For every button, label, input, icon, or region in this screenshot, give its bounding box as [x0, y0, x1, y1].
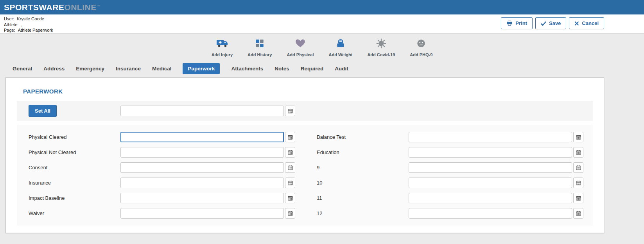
calendar-icon [576, 150, 581, 155]
field-label: 12 [317, 210, 409, 216]
calendar-icon [288, 165, 293, 170]
field-label: Education [317, 149, 409, 155]
quick-action-label: Add Injury [212, 52, 233, 57]
paperwork-panel: PAPERWORK Set All Physical Cleared [5, 77, 604, 233]
set-all-button[interactable]: Set All [29, 105, 57, 117]
info-value: Athlete Paperwork [18, 28, 53, 32]
paperwork-form: Physical Cleared Balance Test [17, 125, 593, 226]
cancel-button[interactable]: Cancel [569, 17, 604, 29]
tab-label: Address [43, 66, 65, 72]
action-add-phq-9[interactable]: Add PHQ-9 [410, 38, 432, 57]
calendar-button-10[interactable] [573, 178, 583, 188]
panel-title: PAPERWORK [23, 88, 604, 95]
page-content: Add Injury Add History Add Physical Add … [0, 34, 644, 233]
tab-label: Emergency [76, 66, 104, 72]
calendar-button-physical-cleared[interactable] [285, 132, 295, 142]
x-icon [574, 21, 579, 26]
info-value: , [21, 22, 22, 27]
calendar-icon [576, 196, 581, 201]
form-field-left: Waiver [29, 208, 295, 219]
field-label: Physical Not Cleared [29, 149, 120, 155]
date-input-9[interactable] [409, 162, 572, 173]
action-add-weight[interactable]: Add Weight [328, 38, 352, 57]
calendar-icon [576, 211, 581, 216]
form-row: Insurance 10 [17, 175, 593, 190]
action-add-physical[interactable]: Add Physical [287, 38, 314, 57]
quick-actions-bar: Add Injury Add History Add Physical Add … [0, 34, 644, 57]
calendar-icon [288, 108, 293, 113]
brand-trademark: ™ [97, 4, 100, 8]
tab-label: Notes [274, 66, 289, 72]
calendar-button-physical-not-cleared[interactable] [285, 147, 295, 158]
field-label: 9 [317, 165, 409, 170]
quick-action-label: Add PHQ-9 [410, 52, 432, 57]
tab-notes[interactable]: Notes [274, 66, 289, 72]
brand-logo: SPORTSWAREONLINE™ [4, 3, 100, 12]
tab-emergency[interactable]: Emergency [76, 66, 104, 72]
form-row: Physical Cleared Balance Test [17, 129, 593, 145]
calendar-button-waiver[interactable] [285, 208, 295, 219]
set-all-date-input[interactable] [120, 106, 284, 116]
tab-address[interactable]: Address [43, 66, 65, 72]
date-input-consent[interactable] [120, 162, 284, 173]
calendar-button-insurance[interactable] [285, 178, 295, 188]
form-field-left: Physical Cleared [29, 132, 295, 142]
quick-action-label: Add History [248, 52, 272, 57]
form-field-left: Insurance [29, 178, 295, 188]
calendar-button-9[interactable] [573, 162, 583, 173]
date-input-physical-not-cleared[interactable] [120, 147, 284, 158]
date-input-impact-baseline[interactable] [120, 193, 284, 203]
form-field-right: Balance Test [317, 132, 583, 142]
action-add-covid-19[interactable]: Add Covid-19 [367, 38, 395, 57]
date-input-11[interactable] [409, 193, 572, 203]
tab-medical[interactable]: Medical [152, 66, 172, 72]
calendar-icon [288, 211, 293, 216]
form-row: Waiver 12 [17, 206, 593, 221]
tab-general[interactable]: General [13, 66, 32, 72]
tab-label: Audit [335, 66, 348, 72]
calendar-button-education[interactable] [573, 147, 583, 158]
form-field-left: Impact Baseline [29, 193, 295, 203]
calendar-button-12[interactable] [573, 208, 583, 219]
user-info-bar: User:Krystle Goode Athlete:, Page:Athlet… [0, 14, 644, 34]
info-label: User: [4, 16, 14, 22]
calendar-button-impact-baseline[interactable] [285, 193, 295, 203]
date-input-physical-cleared[interactable] [120, 132, 284, 142]
app-root: SPORTSWAREONLINE™ User:Krystle Goode Ath… [0, 0, 644, 233]
tab-bar: General Address Emergency Insurance Medi… [13, 63, 644, 74]
tab-insurance[interactable]: Insurance [116, 66, 141, 72]
date-input-10[interactable] [409, 178, 572, 188]
ambulance-icon [216, 38, 228, 50]
date-input-waiver[interactable] [120, 208, 284, 219]
date-input-12[interactable] [409, 208, 572, 219]
weight-scale-icon [335, 38, 346, 50]
calendar-button-11[interactable] [573, 193, 583, 203]
calendar-button-consent[interactable] [285, 162, 295, 173]
tab-paperwork[interactable]: Paperwork [183, 63, 220, 74]
quick-action-label: Add Covid-19 [367, 52, 395, 57]
field-label: 10 [317, 180, 409, 186]
form-field-right: 9 [317, 162, 583, 173]
virus-icon [376, 38, 386, 50]
quick-action-label: Add Physical [287, 52, 314, 57]
set-all-calendar-button[interactable] [285, 106, 295, 116]
check-icon [541, 21, 546, 26]
tab-attachments[interactable]: Attachments [231, 66, 263, 72]
app-header: SPORTSWAREONLINE™ [0, 0, 644, 14]
date-input-insurance[interactable] [120, 178, 284, 188]
form-field-right: 10 [317, 178, 583, 188]
date-input-balance-test[interactable] [409, 132, 572, 142]
print-button[interactable]: Print [501, 17, 533, 29]
tab-required[interactable]: Required [301, 66, 324, 72]
date-input-education[interactable] [409, 147, 572, 158]
form-row: Impact Baseline 11 [17, 190, 593, 206]
form-field-left: Physical Not Cleared [29, 147, 295, 158]
action-add-history[interactable]: Add History [248, 38, 272, 57]
tab-audit[interactable]: Audit [335, 66, 348, 72]
action-add-injury[interactable]: Add Injury [212, 38, 233, 57]
calendar-button-balance-test[interactable] [573, 132, 583, 142]
save-button[interactable]: Save [535, 17, 566, 29]
calendar-icon [288, 196, 293, 201]
field-label: Consent [29, 165, 120, 170]
history-grid-icon [255, 38, 265, 50]
